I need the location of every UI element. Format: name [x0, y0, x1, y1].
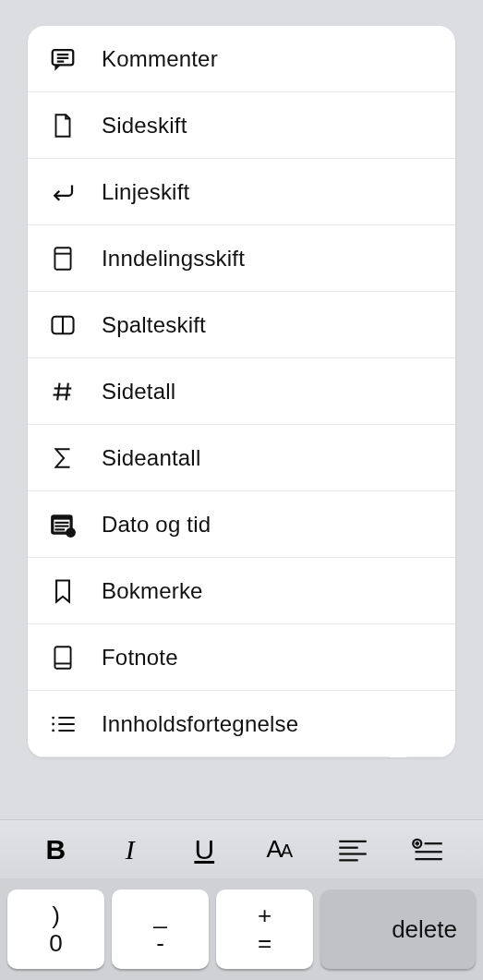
key-delete[interactable]: delete: [320, 889, 476, 969]
columns-icon: [46, 312, 79, 338]
align-button[interactable]: [325, 825, 380, 875]
key-bottom: -: [156, 931, 164, 955]
menu-item-linebreak[interactable]: Linjeskift: [28, 159, 455, 225]
menu-item-pagecount[interactable]: Sideantall: [28, 425, 455, 491]
svg-point-17: [66, 527, 76, 538]
menu-item-datetime[interactable]: Dato og tid: [28, 491, 455, 558]
key-equals[interactable]: + =: [216, 889, 313, 969]
svg-point-20: [52, 716, 54, 719]
comment-icon: [46, 45, 79, 73]
underline-button[interactable]: U: [176, 825, 232, 875]
align-icon: [337, 838, 368, 862]
svg-rect-14: [54, 521, 68, 523]
bold-button[interactable]: B: [28, 825, 83, 875]
popover-arrow: [389, 756, 407, 757]
text-style-button[interactable]: AA: [251, 825, 307, 875]
insert-icon: [411, 838, 444, 862]
menu-label: Innholdsfortegnelse: [102, 711, 298, 737]
format-toolbar: B I U AA: [0, 819, 483, 878]
menu-item-comment[interactable]: Kommenter: [28, 26, 455, 92]
menu-label: Kommenter: [102, 46, 218, 72]
textformat-icon: AA: [266, 835, 291, 864]
insert-menu: Kommenter Sideskift Linjeskift Inndeling…: [28, 26, 455, 757]
svg-line-8: [57, 382, 59, 400]
delete-label: delete: [392, 915, 457, 944]
menu-item-toc[interactable]: Innholdsfortegnelse: [28, 691, 455, 757]
menu-label: Dato og tid: [102, 512, 211, 538]
key-minus[interactable]: _ -: [112, 889, 209, 969]
svg-rect-18: [54, 647, 70, 669]
key-bottom: 0: [49, 931, 62, 955]
keyboard-row: ) 0 _ - + = delete: [0, 878, 483, 980]
menu-label: Sideantall: [102, 445, 200, 471]
toc-icon: [46, 713, 79, 735]
key-bottom: =: [258, 931, 272, 955]
footnote-icon: [46, 644, 79, 671]
svg-point-22: [52, 729, 54, 732]
sigma-icon: [46, 445, 79, 471]
pagebreak-icon: [46, 112, 79, 139]
key-top: +: [258, 903, 272, 927]
bookmark-icon: [46, 577, 79, 605]
svg-point-21: [52, 722, 54, 725]
menu-item-bookmark[interactable]: Bokmerke: [28, 558, 455, 624]
menu-item-pagenumber[interactable]: Sidetall: [28, 358, 455, 425]
section-icon: [46, 245, 79, 272]
insert-button[interactable]: [400, 825, 455, 875]
menu-label: Inndelingsskift: [102, 246, 245, 272]
menu-label: Sidetall: [102, 379, 175, 405]
key-0[interactable]: ) 0: [7, 889, 104, 969]
key-top: ): [52, 903, 60, 927]
menu-item-columnbreak[interactable]: Spalteskift: [28, 292, 455, 358]
menu-label: Bokmerke: [102, 578, 203, 604]
menu-label: Linjeskift: [102, 179, 189, 205]
popover-container: Kommenter Sideskift Linjeskift Inndeling…: [0, 0, 483, 819]
svg-rect-15: [54, 525, 68, 526]
menu-label: Sideskift: [102, 113, 187, 139]
menu-label: Spalteskift: [102, 312, 206, 338]
return-icon: [46, 180, 79, 204]
svg-rect-16: [54, 528, 65, 530]
menu-item-sectionbreak[interactable]: Inndelingsskift: [28, 225, 455, 292]
menu-item-footnote[interactable]: Fotnote: [28, 624, 455, 691]
svg-rect-4: [54, 248, 70, 270]
hash-icon: [46, 379, 79, 405]
italic-button[interactable]: I: [103, 825, 158, 875]
menu-label: Fotnote: [102, 645, 178, 671]
calendar-icon: [46, 512, 79, 538]
key-top: _: [153, 903, 166, 927]
svg-line-9: [66, 382, 68, 400]
menu-item-pagebreak[interactable]: Sideskift: [28, 92, 455, 159]
